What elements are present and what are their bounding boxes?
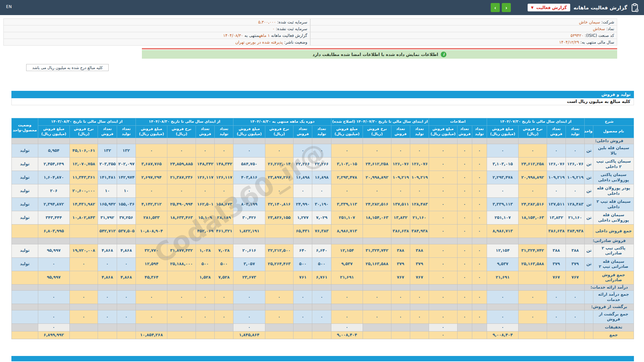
table-cell: ۲۱,۳۸۷,۲۳۶	[167, 171, 196, 184]
table-cell: ۰	[487, 144, 518, 158]
table-cell: ۱۲,۱۵۴	[331, 244, 363, 257]
next-report-button[interactable]: ›	[491, 3, 500, 12]
table-cell: ۱۰۹,۲۱۹	[566, 171, 585, 184]
info-row-right-1: نماد: سخاش	[311, 25, 617, 32]
table-cell: ۲۰,۹۹۸,۸۹۲	[363, 171, 391, 184]
table-cell	[265, 138, 293, 144]
table-cell	[391, 304, 410, 310]
table-cell	[519, 323, 547, 331]
header-g08-sub-1: تعداد فروش	[196, 125, 214, 138]
table-cell	[487, 284, 518, 291]
table-cell: ۰	[215, 184, 233, 198]
table-cell	[363, 323, 391, 331]
table-cell: ۶۴۰	[293, 244, 312, 257]
table-cell: ۳۸۸	[566, 244, 585, 257]
status-cell: تولید	[12, 184, 38, 198]
language-toggle-en[interactable]: EN	[6, 4, 12, 9]
table-cell	[167, 331, 196, 339]
table-cell: ۰	[487, 291, 518, 304]
table-cell	[265, 238, 293, 244]
table-cell: ۰	[429, 171, 457, 184]
table-cell: ۰	[312, 184, 331, 198]
table-cell: ۵۰۰	[196, 257, 214, 271]
table-cell: ۲۵,۴۹۰,۹۹۴	[167, 198, 196, 211]
product-name-cell: سیمان پاکتی تیپ ۲ داخلی	[593, 158, 634, 171]
unit-cell: تن	[585, 171, 593, 184]
product-name-cell: جمع فروش صادراتی	[593, 271, 634, 284]
table-cell: ۰	[429, 211, 457, 225]
product-name-cell: سیمان پاکتی پوزولانی داخلی	[593, 171, 634, 184]
table-cell	[167, 225, 196, 238]
table-cell: ۱۳۲	[117, 144, 136, 158]
table-cell: ۰	[136, 144, 167, 158]
table-row: جمع درآمد ارائه خدمات۰۰۰۰۰۰۰۰۰۰۰۰۰۰۰۰۰۰۰…	[12, 291, 634, 304]
signature-match-banner: i اطلاعات نمایش داده شده با اطلاعات امضا…	[142, 50, 617, 59]
table-cell: ۰	[363, 144, 391, 158]
table-cell: ۲۴,۶۱۲,۲۵۸	[363, 158, 391, 171]
table-cell	[312, 323, 331, 331]
status-cell	[12, 284, 38, 291]
table-cell: ۰	[331, 144, 363, 158]
header-amd-sub-0: تعداد تولید	[472, 125, 487, 138]
table-row: جمع۹,۰۰۸,۴۰۴۰۹,۰۰۸,۴۰۴۱,۸۴۵,۸۶۴۱۰,۸۵۴,۲۶…	[12, 331, 634, 339]
table-cell: ۰	[457, 184, 472, 198]
table-cell: ۱۳۲	[98, 144, 117, 158]
table-cell: ۰	[363, 310, 391, 323]
header-group-g08: از ابتدای سال مالی تا تاریخ ۱۴۰۴/۰۸/۳۰	[136, 118, 233, 126]
table-cell: ۰	[472, 310, 487, 323]
table-cell: ۱۶,۸۹۸	[293, 171, 312, 184]
prev-report-button[interactable]: ‹	[502, 3, 511, 12]
next-section-bar	[11, 356, 634, 361]
section-label-cell: فروش صادراتی:	[585, 238, 634, 244]
info-cell: نماد: سخاش	[311, 25, 617, 32]
unit-cell: تن	[585, 158, 593, 171]
table-cell: ۲۲,۲۶۶	[312, 158, 331, 171]
table-cell	[429, 304, 457, 310]
table-cell: ۰	[519, 291, 547, 304]
table-cell: ۱۲۶,۰۷۶	[410, 158, 429, 171]
table-cell: ۰	[457, 310, 472, 323]
table-cell: ۹,۵۳۷	[487, 257, 518, 271]
table-cell	[391, 331, 410, 339]
table-cell	[519, 138, 547, 144]
table-cell: ۳۷۹	[547, 257, 566, 271]
table-cell: ۴۵۲,۰۶۹	[196, 225, 214, 238]
table-cell	[410, 323, 429, 331]
table-cell: ۱,۸۴۵,۸۶۴	[233, 331, 265, 339]
table-cell: ۰	[265, 291, 293, 304]
header-m1-sub-2: نرخ فروش (ریال)	[265, 125, 293, 138]
table-cell	[215, 238, 233, 244]
table-cell	[391, 238, 410, 244]
table-cell: ۱۶۲,۵۰۱	[196, 198, 214, 211]
unit-cell	[585, 323, 593, 331]
table-cell	[391, 284, 410, 291]
table-cell: ۱۰,۸۵۴,۲۶۸	[136, 331, 167, 339]
table-cell	[410, 238, 429, 244]
table-cell	[293, 304, 312, 310]
table-cell: ۳,۶۸۷,۷۶۵	[136, 158, 167, 171]
note-box-row: کلیه مبالغ درج شده به میلیون ریال می باش…	[0, 59, 644, 72]
report-type-dropdown[interactable]: گزارش فعالیت ▼	[528, 4, 570, 11]
table-cell	[215, 331, 233, 339]
table-cell	[98, 323, 117, 331]
table-cell	[167, 238, 196, 244]
table-cell: ۱,۸۲۲,۱۹۱	[233, 225, 265, 238]
unit-cell	[585, 310, 593, 323]
table-cell: ۰	[167, 184, 196, 198]
header-g07-sub-3: مبلغ فروش (میلیون ریال)	[487, 125, 518, 138]
table-cell	[566, 304, 585, 310]
product-name-cell: جمع فروش داخلی	[593, 225, 634, 238]
table-cell	[117, 331, 136, 339]
table-cell: ۰	[410, 291, 429, 304]
table-cell: ۰	[215, 144, 233, 158]
table-cell	[457, 238, 472, 244]
table-cell	[196, 138, 214, 144]
table-cell: ۱۰۹,۲۱۹	[410, 171, 429, 184]
table-cell	[410, 304, 429, 310]
table-cell: ۱۰	[117, 184, 136, 198]
table-cell	[136, 323, 167, 331]
section-label-cell: برگشت از فروش:	[585, 304, 634, 310]
table-cell: ۰	[429, 271, 457, 284]
info-cell: کد صنعت (ISIC): ۵۳۹۴۲۰	[311, 32, 617, 39]
table-cell	[167, 284, 196, 291]
